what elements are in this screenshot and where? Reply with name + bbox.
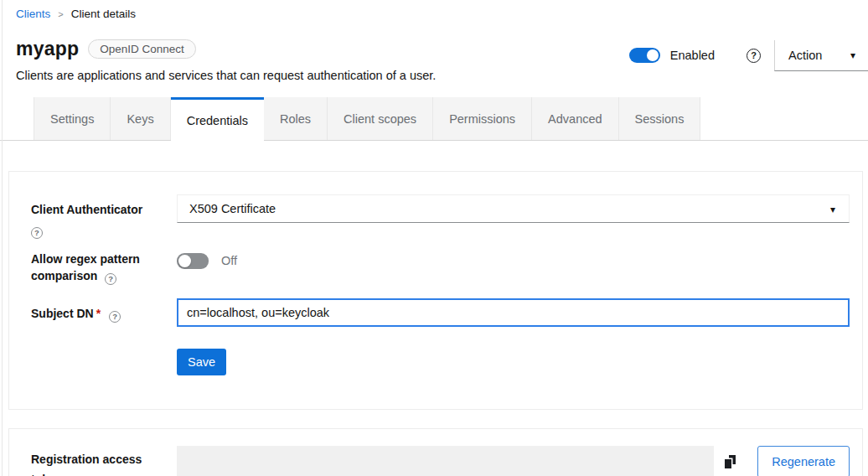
- subject-dn-label-text: Subject DN: [31, 307, 94, 320]
- tab-credentials[interactable]: Credentials: [171, 97, 264, 141]
- registration-token-label-line2: token ?: [31, 471, 168, 476]
- tab-sessions[interactable]: Sessions: [619, 97, 701, 140]
- tab-client-scopes[interactable]: Client scopes: [328, 97, 433, 140]
- action-dropdown-label: Action: [788, 49, 822, 62]
- allow-regex-help-icon[interactable]: ?: [105, 273, 116, 285]
- registration-token-label-line1: Registration access: [31, 451, 168, 468]
- header-controls: Enabled ? Action ▾: [629, 39, 868, 72]
- registration-token-control: Regenerate: [177, 446, 850, 476]
- allow-regex-toggle-row: Off: [177, 252, 850, 269]
- header-help-icon[interactable]: ?: [747, 49, 761, 63]
- copy-icon: [725, 455, 736, 468]
- subject-dn-label: Subject DN* ?: [31, 298, 177, 327]
- tab-bar: Settings Keys Credentials Roles Client s…: [0, 97, 868, 141]
- subject-dn-control: [177, 298, 850, 327]
- enabled-label: Enabled: [670, 49, 715, 62]
- allow-regex-state-label: Off: [221, 254, 237, 267]
- allow-regex-row: Allow regex pattern comparison ? Off: [31, 251, 850, 285]
- breadcrumb-separator-icon: >: [58, 8, 63, 19]
- breadcrumb-clients-link[interactable]: Clients: [16, 8, 50, 20]
- toggle-knob: [647, 49, 659, 61]
- tab-permissions[interactable]: Permissions: [433, 97, 532, 140]
- client-details-page: Clients > Client details myapp OpenID Co…: [0, 0, 868, 476]
- tab-keys[interactable]: Keys: [111, 97, 170, 140]
- breadcrumb: Clients > Client details: [0, 0, 868, 20]
- content-edge-line: [2, 0, 3, 476]
- client-authenticator-help-icon[interactable]: ?: [31, 227, 43, 239]
- regenerate-button[interactable]: Regenerate: [757, 446, 850, 476]
- client-authenticator-select[interactable]: X509 Certificate ▾: [177, 194, 850, 223]
- credentials-card: Client Authenticator ? X509 Certificate …: [8, 171, 863, 410]
- client-authenticator-value: X509 Certificate: [189, 202, 276, 215]
- toggle-knob: [178, 255, 191, 267]
- tab-advanced[interactable]: Advanced: [532, 97, 619, 140]
- allow-regex-control: Off: [177, 251, 850, 285]
- allow-regex-toggle[interactable]: [177, 253, 209, 269]
- chevron-down-icon: ▾: [850, 50, 855, 60]
- chevron-down-icon: ▾: [830, 204, 835, 215]
- registration-token-label-line2-text: token: [31, 473, 62, 476]
- tab-settings[interactable]: Settings: [34, 97, 111, 140]
- copy-button[interactable]: [714, 446, 746, 476]
- subject-dn-help-icon[interactable]: ?: [109, 311, 121, 323]
- client-authenticator-label: Client Authenticator ?: [31, 194, 177, 239]
- breadcrumb-current: Client details: [71, 8, 136, 20]
- enabled-toggle[interactable]: [629, 48, 660, 63]
- allow-regex-label: Allow regex pattern comparison ?: [31, 251, 177, 285]
- allow-regex-label-line2: comparison ?: [31, 267, 168, 285]
- action-dropdown[interactable]: Action ▾: [774, 40, 868, 71]
- tab-roles[interactable]: Roles: [264, 97, 328, 140]
- subject-dn-input[interactable]: [177, 298, 850, 327]
- subject-dn-row: Subject DN* ?: [31, 298, 850, 327]
- registration-token-card: Registration access token ? Regenerate: [8, 428, 863, 476]
- registration-token-row: Registration access token ? Regenerate: [31, 446, 850, 476]
- allow-regex-label-line2-text: comparison: [31, 269, 97, 282]
- save-button[interactable]: Save: [177, 349, 226, 375]
- protocol-badge: OpenID Connect: [88, 39, 196, 59]
- required-asterisk: *: [96, 307, 101, 320]
- registration-token-input: [177, 446, 714, 476]
- page-title: myapp: [16, 38, 79, 60]
- client-authenticator-control: X509 Certificate ▾: [177, 194, 850, 239]
- client-authenticator-row: Client Authenticator ? X509 Certificate …: [31, 194, 850, 239]
- registration-token-label: Registration access token ?: [31, 446, 177, 476]
- registration-token-input-group: [177, 446, 746, 476]
- allow-regex-label-line1: Allow regex pattern: [31, 251, 168, 267]
- client-authenticator-label-text: Client Authenticator: [31, 201, 168, 218]
